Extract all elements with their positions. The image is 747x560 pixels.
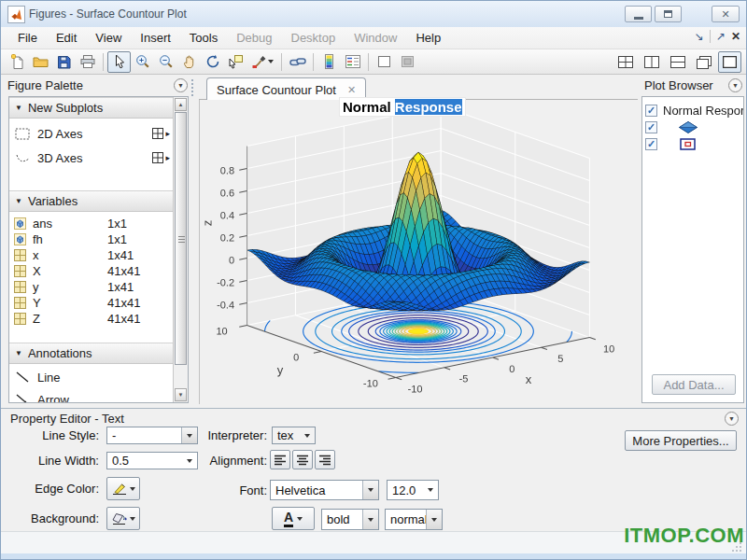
plot-browser-row-axes[interactable]: ✓ Normal Respons (642, 102, 743, 119)
menu-file[interactable]: File (8, 28, 47, 48)
interpreter-dropdown[interactable]: tex (272, 427, 316, 444)
layout-vsplit-button[interactable] (640, 51, 663, 73)
palette-item-3d-axes[interactable]: 3D Axes ▸ (9, 146, 174, 170)
add-data-button[interactable]: Add Data... (652, 374, 736, 395)
layout-buttons (613, 51, 741, 73)
plot-title-editor[interactable]: Normal Response (340, 98, 465, 116)
section-annotations[interactable]: ▼ Annotations (9, 343, 174, 364)
brush-dropdown-caret[interactable] (268, 60, 274, 63)
surface-plot-canvas[interactable] (200, 100, 639, 404)
insert-arrow-icon[interactable]: ▸ (165, 129, 170, 138)
plot-browser-row-contour[interactable]: ✓ (642, 135, 743, 152)
new-figure-button[interactable] (6, 51, 29, 73)
menu-bar: File Edit View Insert Tools Debug Deskto… (1, 27, 746, 49)
align-left-button[interactable] (270, 450, 290, 469)
menu-edit[interactable]: Edit (47, 28, 86, 48)
variable-row[interactable]: X41x41 (9, 263, 174, 279)
checkbox-checked[interactable]: ✓ (645, 121, 657, 133)
plot-browser-collapse-button[interactable]: ▼ (728, 78, 742, 92)
dropdown-button[interactable] (426, 510, 442, 529)
palette-scrollbar[interactable]: ▲ ▼ (173, 97, 188, 402)
variable-row[interactable]: ans1x1 (9, 216, 174, 231)
annotation-item-line[interactable]: Line (9, 366, 174, 388)
menu-desktop[interactable]: Desktop (282, 28, 345, 48)
menu-tools[interactable]: Tools (180, 28, 227, 48)
font-weight-dropdown[interactable]: bold (321, 509, 379, 530)
scroll-down-button[interactable]: ▼ (175, 388, 187, 401)
tab-close-icon[interactable]: ✕ (347, 84, 356, 96)
font-color-button[interactable]: A (272, 507, 315, 530)
plot-tools-on-icon (402, 56, 414, 67)
insert-legend-button[interactable] (341, 51, 364, 73)
plot-browser-row-surface[interactable]: ✓ (642, 119, 743, 135)
dock-icon[interactable]: ↘ (695, 30, 704, 43)
save-floppy-icon (57, 55, 71, 69)
annotation-item-arrow[interactable]: Arrow (9, 388, 174, 403)
plot-browser-title: Plot Browser (644, 78, 713, 92)
menubar-close-icon[interactable]: ✕ (731, 30, 740, 43)
menu-insert[interactable]: Insert (131, 28, 180, 48)
variable-row[interactable]: x1x41 (9, 247, 174, 263)
interpreter-value: tex (273, 427, 300, 443)
variable-row[interactable]: fh1x1 (9, 231, 174, 247)
window-bottom-border (1, 553, 747, 560)
pan-button[interactable] (177, 51, 201, 73)
edge-color-button[interactable] (106, 477, 140, 500)
background-color-button[interactable] (106, 507, 140, 530)
restore-button[interactable] (655, 6, 682, 22)
link-plot-button[interactable] (286, 51, 309, 73)
brush-data-button[interactable] (247, 51, 277, 73)
zoom-out-button[interactable] (154, 51, 177, 73)
menu-debug[interactable]: Debug (227, 28, 281, 48)
dropdown-button[interactable] (423, 481, 438, 499)
more-properties-button[interactable]: More Properties... (625, 430, 737, 451)
layout-single-button[interactable] (718, 51, 741, 73)
checkbox-checked[interactable]: ✓ (645, 138, 657, 150)
open-file-button[interactable] (29, 51, 52, 73)
align-right-button[interactable] (315, 450, 335, 469)
minimize-button[interactable] (625, 6, 652, 22)
property-editor-collapse-button[interactable]: ▼ (725, 412, 739, 426)
section-variables[interactable]: ▼ Variables (9, 190, 174, 212)
undock-icon[interactable]: ↗ (716, 30, 726, 43)
layout-grid-button[interactable] (613, 51, 637, 73)
variable-row[interactable]: y1x41 (9, 279, 174, 295)
data-cursor-button[interactable] (224, 51, 247, 73)
layout-cascade-button[interactable] (692, 51, 715, 73)
dropdown-button[interactable] (300, 427, 315, 443)
show-plot-tools-button[interactable] (396, 51, 419, 73)
menu-help[interactable]: Help (406, 28, 450, 48)
insert-colorbar-button[interactable] (317, 51, 341, 73)
font-size-combo[interactable]: 12.0 (387, 480, 439, 500)
align-center-button[interactable] (292, 450, 313, 469)
rotate-3d-button[interactable] (201, 51, 224, 73)
checkbox-checked[interactable]: ✓ (645, 105, 657, 117)
variable-row[interactable]: Y41x41 (9, 295, 174, 311)
layout-hsplit-button[interactable] (666, 51, 689, 73)
dropdown-button[interactable] (362, 481, 378, 499)
close-button[interactable]: ✕ (712, 6, 740, 22)
print-button[interactable] (76, 51, 99, 73)
scroll-up-button[interactable]: ▲ (175, 98, 187, 111)
scrollbar-thumb[interactable] (175, 112, 187, 365)
menu-view[interactable]: View (86, 28, 131, 48)
save-button[interactable] (52, 51, 76, 73)
hide-plot-tools-button[interactable] (373, 51, 396, 73)
axes-title-label: Normal Respons (663, 104, 744, 118)
resize-grip[interactable] (732, 550, 734, 552)
matlab-icon (7, 6, 25, 23)
figure-palette-collapse-button[interactable]: ▼ (174, 78, 188, 92)
font-angle-dropdown[interactable]: normal (385, 509, 443, 530)
variable-row[interactable]: Z41x41 (9, 311, 174, 327)
zoom-in-button[interactable] (131, 51, 154, 73)
edit-plot-button[interactable] (107, 51, 131, 73)
dropdown-button[interactable] (362, 510, 378, 529)
font-family-dropdown[interactable]: Helvetica (270, 480, 379, 500)
title-bar[interactable]: Figures - Surface Countour Plot ✕ (1, 1, 746, 28)
tab-bar: Surface Countour Plot ✕ (199, 76, 638, 100)
splitter-grip[interactable] (191, 79, 196, 96)
menu-window[interactable]: Window (345, 28, 406, 48)
section-new-subplots[interactable]: ▼ New Subplots (9, 97, 174, 119)
insert-arrow-icon[interactable]: ▸ (165, 153, 170, 162)
palette-item-2d-axes[interactable]: 2D Axes ▸ (9, 121, 174, 146)
